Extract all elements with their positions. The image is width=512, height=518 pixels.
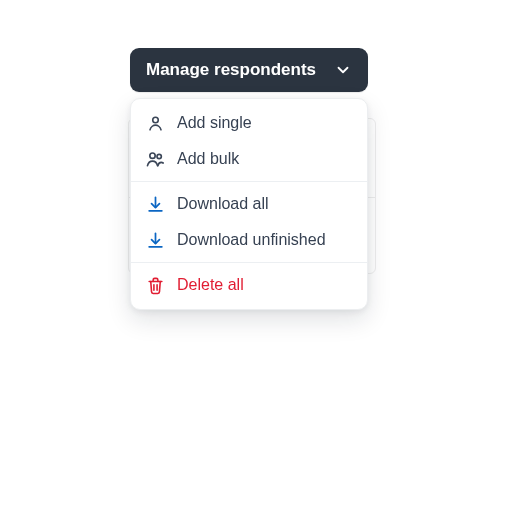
menu-item-delete-all[interactable]: Delete all <box>131 267 367 303</box>
dropdown-menu: Add single Add bulk <box>130 98 368 310</box>
person-icon <box>145 113 165 133</box>
button-label: Manage respondents <box>146 60 316 80</box>
menu-item-label: Download all <box>177 194 269 214</box>
menu-item-label: Add bulk <box>177 149 239 169</box>
menu-item-label: Add single <box>177 113 252 133</box>
menu-item-download-all[interactable]: Download all <box>131 186 367 222</box>
svg-point-0 <box>152 117 158 123</box>
manage-respondents-button[interactable]: Manage respondents <box>130 48 368 92</box>
menu-item-label: Delete all <box>177 275 244 295</box>
menu-separator <box>131 262 367 263</box>
svg-point-2 <box>157 154 161 158</box>
download-icon <box>145 194 165 214</box>
download-icon <box>145 230 165 250</box>
svg-point-1 <box>150 153 155 158</box>
menu-item-add-bulk[interactable]: Add bulk <box>131 141 367 177</box>
menu-item-label: Download unfinished <box>177 230 326 250</box>
trash-icon <box>145 275 165 295</box>
menu-item-download-unfinished[interactable]: Download unfinished <box>131 222 367 258</box>
menu-item-add-single[interactable]: Add single <box>131 105 367 141</box>
menu-separator <box>131 181 367 182</box>
people-icon <box>145 149 165 169</box>
chevron-down-icon <box>334 61 352 79</box>
